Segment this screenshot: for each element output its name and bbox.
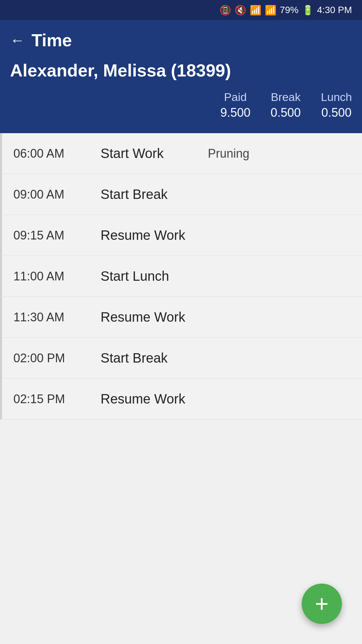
add-entry-button[interactable]: + <box>302 584 342 624</box>
break-label: Break <box>270 91 301 104</box>
nfc-icon: 📵 <box>220 5 231 16</box>
wifi-icon: 📶 <box>250 5 261 16</box>
paid-value: 9.500 <box>220 106 250 120</box>
battery-text: 79% <box>280 5 299 15</box>
timeline-item[interactable]: 02:00 PMStart Break <box>0 338 362 379</box>
time-label: 11:00 AM <box>13 269 87 283</box>
timeline-item[interactable]: 11:30 AMResume Work <box>0 297 362 338</box>
time-label: 02:15 PM <box>13 392 87 406</box>
event-label: Start Work <box>101 146 194 161</box>
clock: 4:30 PM <box>317 5 352 15</box>
time-label: 06:00 AM <box>13 147 87 161</box>
back-button[interactable]: ← <box>10 32 25 49</box>
break-summary: Break 0.500 <box>270 91 301 120</box>
page-title: Time <box>32 30 72 50</box>
status-icons: 📵 🔇 📶 📶 79% 🔋 4:30 PM <box>220 5 352 16</box>
time-label: 02:00 PM <box>13 351 87 365</box>
signal-icon: 📶 <box>265 5 277 16</box>
break-value: 0.500 <box>270 106 301 120</box>
header: ← Time Alexander, Melissa (18399) Paid 9… <box>0 20 362 133</box>
event-label: Resume Work <box>101 391 194 407</box>
header-nav: ← Time <box>10 30 352 50</box>
summary-row: Paid 9.500 Break 0.500 Lunch 0.500 <box>10 91 352 120</box>
timeline-item[interactable]: 06:00 AMStart WorkPruning <box>0 133 362 174</box>
paid-summary: Paid 9.500 <box>220 91 250 120</box>
paid-label: Paid <box>220 91 250 104</box>
status-bar: 📵 🔇 📶 📶 79% 🔋 4:30 PM <box>0 0 362 20</box>
event-label: Start Break <box>101 351 194 366</box>
time-label: 09:15 AM <box>13 228 87 243</box>
event-label: Resume Work <box>101 228 194 243</box>
employee-name: Alexander, Melissa (18399) <box>10 60 352 80</box>
timeline-item[interactable]: 09:00 AMStart Break <box>0 174 362 215</box>
mute-icon: 🔇 <box>235 5 246 16</box>
event-label: Start Lunch <box>101 269 194 284</box>
timeline-list: 06:00 AMStart WorkPruning09:00 AMStart B… <box>0 133 362 420</box>
time-label: 09:00 AM <box>13 187 87 202</box>
lunch-value: 0.500 <box>321 106 352 120</box>
event-label: Start Break <box>101 187 194 202</box>
lunch-summary: Lunch 0.500 <box>321 91 352 120</box>
event-detail: Pruning <box>208 147 249 161</box>
timeline-item[interactable]: 11:00 AMStart Lunch <box>0 256 362 297</box>
battery-icon: 🔋 <box>302 5 314 16</box>
timeline-item[interactable]: 09:15 AMResume Work <box>0 215 362 256</box>
plus-icon: + <box>315 592 329 615</box>
time-label: 11:30 AM <box>13 310 87 324</box>
event-label: Resume Work <box>101 310 194 325</box>
lunch-label: Lunch <box>321 91 352 104</box>
timeline-item[interactable]: 02:15 PMResume Work <box>0 379 362 420</box>
